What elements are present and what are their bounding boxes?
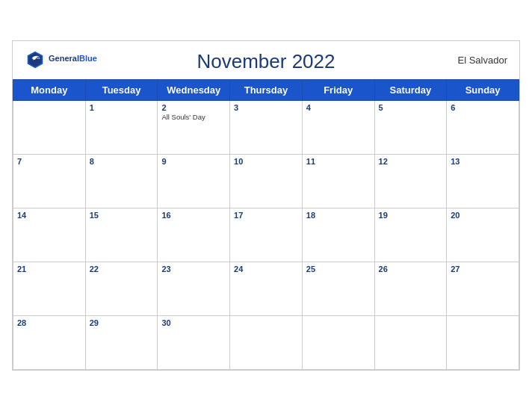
header-friday: Friday <box>302 80 374 101</box>
day-number: 4 <box>306 103 371 112</box>
day-number: 7 <box>17 157 81 166</box>
calendar-cell: 9 <box>158 155 230 208</box>
day-number: 20 <box>451 211 515 220</box>
day-number: 15 <box>90 211 154 220</box>
calendar-cell: 27 <box>447 262 519 316</box>
calendar-week-3: 14151617181920 <box>13 208 519 262</box>
calendar-cell: 15 <box>85 208 158 262</box>
day-number: 29 <box>90 318 154 327</box>
header-tuesday: Tuesday <box>85 80 158 101</box>
day-number: 14 <box>17 211 81 220</box>
calendar-cell: 29 <box>85 316 158 370</box>
calendar-cell: 2All Souls' Day <box>158 101 230 155</box>
calendar-cell: 7 <box>13 155 86 208</box>
calendar: GeneralBlue November 2022 El Salvador Mo… <box>12 40 520 371</box>
calendar-cell: 19 <box>374 208 447 262</box>
calendar-cell: 11 <box>302 155 374 208</box>
calendar-cell: 24 <box>230 262 303 316</box>
logo-general: General <box>49 54 79 63</box>
calendar-cell: 1 <box>85 101 158 155</box>
calendar-cell: 3 <box>230 101 303 155</box>
header-sunday: Sunday <box>447 80 519 101</box>
day-number: 16 <box>161 211 226 220</box>
calendar-cell: 26 <box>374 262 447 316</box>
calendar-week-2: 78910111213 <box>13 155 519 208</box>
calendar-cell: 20 <box>447 208 519 262</box>
calendar-cell: 4 <box>302 101 374 155</box>
country-label: El Salvador <box>458 55 507 66</box>
month-title: November 2022 <box>197 50 335 73</box>
day-number: 18 <box>306 211 371 220</box>
calendar-cell: 17 <box>230 208 303 262</box>
calendar-thead: Monday Tuesday Wednesday Thursday Friday… <box>13 80 519 101</box>
day-number: 17 <box>234 211 298 220</box>
calendar-cell: 28 <box>13 316 86 370</box>
day-number: 13 <box>451 157 515 166</box>
calendar-cell: 23 <box>158 262 230 316</box>
calendar-cell <box>13 101 86 155</box>
day-number: 27 <box>451 265 515 274</box>
calendar-cell: 13 <box>447 155 519 208</box>
day-number: 5 <box>379 103 443 112</box>
calendar-cell: 5 <box>374 101 447 155</box>
day-number: 3 <box>234 103 298 112</box>
day-number: 8 <box>90 157 154 166</box>
calendar-cell: 14 <box>13 208 86 262</box>
day-number: 12 <box>379 157 443 166</box>
logo-area: GeneralBlue <box>25 49 97 69</box>
calendar-cell: 21 <box>13 262 86 316</box>
header-monday: Monday <box>13 80 86 101</box>
day-number: 19 <box>379 211 443 220</box>
day-number: 6 <box>451 103 515 112</box>
day-number: 28 <box>17 318 81 327</box>
day-number: 2 <box>161 103 226 112</box>
calendar-body: 12All Souls' Day345678910111213141516171… <box>13 101 519 370</box>
calendar-week-1: 12All Souls' Day3456 <box>13 101 519 155</box>
day-number: 1 <box>90 103 154 112</box>
calendar-cell <box>302 316 374 370</box>
calendar-cell <box>230 316 303 370</box>
calendar-cell: 12 <box>374 155 447 208</box>
calendar-header: GeneralBlue November 2022 El Salvador <box>13 41 519 79</box>
calendar-cell: 16 <box>158 208 230 262</box>
day-number: 9 <box>161 157 226 166</box>
day-number: 26 <box>379 265 443 274</box>
calendar-cell: 25 <box>302 262 374 316</box>
day-number: 21 <box>17 265 81 274</box>
calendar-cell: 18 <box>302 208 374 262</box>
calendar-cell <box>374 316 447 370</box>
day-number: 23 <box>161 265 226 274</box>
calendar-week-4: 21222324252627 <box>13 262 519 316</box>
calendar-table: Monday Tuesday Wednesday Thursday Friday… <box>13 79 519 370</box>
calendar-cell: 6 <box>447 101 519 155</box>
calendar-cell: 10 <box>230 155 303 208</box>
day-number: 10 <box>234 157 298 166</box>
header-thursday: Thursday <box>230 80 303 101</box>
calendar-cell: 22 <box>85 262 158 316</box>
logo-text: GeneralBlue <box>49 54 97 64</box>
calendar-week-5: 282930 <box>13 316 519 370</box>
day-number: 22 <box>90 265 154 274</box>
day-number: 30 <box>161 318 226 327</box>
header-wednesday: Wednesday <box>158 80 230 101</box>
logo-icon <box>25 49 46 69</box>
day-number: 24 <box>234 265 298 274</box>
header-saturday: Saturday <box>374 80 447 101</box>
day-number: 25 <box>306 265 371 274</box>
logo-blue-text: Blue <box>79 54 97 63</box>
calendar-cell <box>447 316 519 370</box>
calendar-cell: 8 <box>85 155 158 208</box>
weekday-header-row: Monday Tuesday Wednesday Thursday Friday… <box>13 80 519 101</box>
calendar-cell: 30 <box>158 316 230 370</box>
event-label: All Souls' Day <box>161 113 226 121</box>
day-number: 11 <box>306 157 371 166</box>
